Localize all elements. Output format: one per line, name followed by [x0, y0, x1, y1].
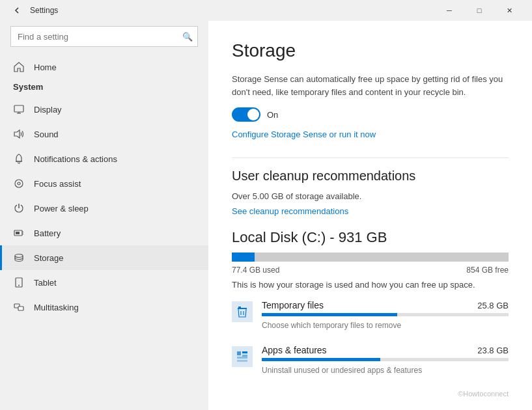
section-divider-1 [232, 157, 509, 158]
sound-icon [13, 128, 25, 140]
back-button[interactable] [8, 1, 26, 20]
sidebar-item-multitasking-label: Multitasking [34, 303, 79, 312]
sidebar-item-power-label: Power & sleep [34, 204, 89, 213]
sidebar-item-tablet-label: Tablet [34, 278, 57, 288]
temporary-files-name: Temporary files [262, 300, 324, 310]
svg-rect-23 [237, 357, 247, 359]
titlebar-title: Settings [30, 6, 434, 15]
power-icon [13, 202, 25, 214]
sidebar-item-focus[interactable]: Focus assist [0, 171, 208, 196]
tablet-icon [13, 277, 25, 288]
temporary-files-bar-fill [262, 313, 397, 316]
watermark: ©Howtoconnect [232, 390, 509, 398]
configure-link[interactable]: Configure Storage Sense or run it now [232, 130, 376, 139]
sidebar-item-battery-label: Battery [34, 228, 61, 238]
storage-sense-toggle[interactable] [232, 107, 260, 122]
battery-icon [13, 227, 25, 239]
sidebar-item-home-label: Home [34, 62, 57, 72]
maximize-button[interactable]: □ [464, 0, 494, 21]
svg-rect-15 [18, 307, 23, 310]
cleanup-link[interactable]: See cleanup recommendations [232, 206, 348, 216]
page-title: Storage [232, 40, 509, 61]
sidebar-item-tablet[interactable]: Tablet [0, 270, 208, 295]
apps-features-name: Apps & features [262, 345, 327, 355]
svg-rect-17 [238, 307, 241, 308]
svg-rect-0 [14, 105, 23, 112]
temporary-files-bar [262, 313, 509, 316]
temporary-files-size: 25.8 GB [477, 301, 509, 310]
storage-icon [13, 252, 25, 264]
cleanup-section-title: User cleanup recommendations [232, 169, 509, 184]
minimize-button[interactable]: ─ [434, 0, 464, 21]
svg-rect-24 [237, 360, 247, 362]
search-container: 🔍 [10, 26, 198, 47]
temporary-files-header: Temporary files 25.8 GB [262, 300, 509, 310]
disk-free-label: 854 GB free [466, 266, 509, 275]
sidebar-item-display[interactable]: Display [0, 97, 208, 122]
sidebar-item-storage[interactable]: Storage [0, 245, 208, 270]
storage-sense-description: Storage Sense can automatically free up … [232, 73, 509, 98]
sidebar-item-notifications[interactable]: Notifications & actions [0, 146, 208, 171]
storage-item-apps[interactable]: Apps & features 23.8 GB Uninstall unused… [232, 345, 509, 381]
temporary-files-content: Temporary files 25.8 GB Choose which tem… [262, 300, 509, 331]
sidebar-section-system: System [0, 79, 208, 97]
disk-description: This is how your storage is used and how… [232, 280, 509, 290]
multitasking-icon [13, 301, 25, 313]
apps-features-header: Apps & features 23.8 GB [262, 345, 509, 355]
search-input[interactable] [10, 26, 198, 47]
sidebar-item-display-label: Display [34, 105, 62, 115]
apps-features-bar [262, 358, 509, 361]
sidebar-item-notifications-label: Notifications & actions [34, 154, 117, 164]
disk-stats: 77.4 GB used 854 GB free [232, 266, 509, 275]
notifications-icon [13, 153, 25, 165]
svg-point-6 [18, 182, 20, 185]
close-button[interactable]: ✕ [494, 0, 524, 21]
toggle-state-label: On [267, 110, 278, 120]
sidebar-item-multitasking[interactable]: Multitasking [0, 295, 208, 320]
apps-features-desc: Uninstall unused or undesired apps & fea… [262, 366, 422, 375]
display-icon [13, 103, 25, 115]
disk-bar-fill [232, 253, 255, 262]
sidebar-item-power[interactable]: Power & sleep [0, 196, 208, 221]
svg-point-13 [18, 285, 20, 286]
svg-rect-21 [242, 351, 247, 353]
disk-title: Local Disk (C:) - 931 GB [232, 229, 509, 246]
sidebar-item-sound[interactable]: Sound [0, 122, 208, 146]
apps-features-content: Apps & features 23.8 GB Uninstall unused… [262, 345, 509, 376]
window-controls: ─ □ ✕ [434, 0, 524, 21]
svg-rect-20 [237, 351, 241, 355]
storage-item-temporary[interactable]: Temporary files 25.8 GB Choose which tem… [232, 300, 509, 336]
search-icon: 🔍 [182, 32, 193, 42]
sidebar-item-focus-label: Focus assist [34, 179, 81, 189]
disk-used-label: 77.4 GB used [232, 266, 279, 275]
settings-window: Settings ─ □ ✕ 🔍 Home [0, 0, 532, 410]
svg-rect-16 [238, 308, 247, 309]
sidebar-item-battery[interactable]: Battery [0, 221, 208, 245]
svg-rect-8 [16, 232, 20, 234]
toggle-row: On [232, 107, 509, 122]
focus-icon [13, 178, 25, 189]
apps-features-bar-fill [262, 358, 380, 361]
cleanup-available-text: Over 5.00 GB of storage available. [232, 191, 509, 201]
svg-marker-3 [14, 130, 20, 138]
temporary-files-desc: Choose which temporary files to remove [262, 321, 401, 330]
temporary-files-icon [232, 301, 253, 322]
sidebar-item-storage-label: Storage [34, 253, 64, 263]
titlebar: Settings ─ □ ✕ [0, 0, 532, 21]
svg-point-5 [15, 180, 23, 187]
home-icon [13, 61, 25, 73]
svg-point-11 [15, 254, 23, 258]
disk-usage-bar [232, 253, 509, 262]
apps-features-icon [232, 346, 253, 367]
window-content: 🔍 Home System [0, 21, 532, 410]
sidebar-item-home[interactable]: Home [0, 55, 208, 79]
svg-rect-22 [242, 355, 247, 357]
main-content: Storage Storage Sense can automatically … [208, 21, 532, 410]
apps-features-size: 23.8 GB [477, 346, 509, 355]
sidebar-item-sound-label: Sound [34, 130, 59, 139]
sidebar: 🔍 Home System [0, 21, 208, 410]
